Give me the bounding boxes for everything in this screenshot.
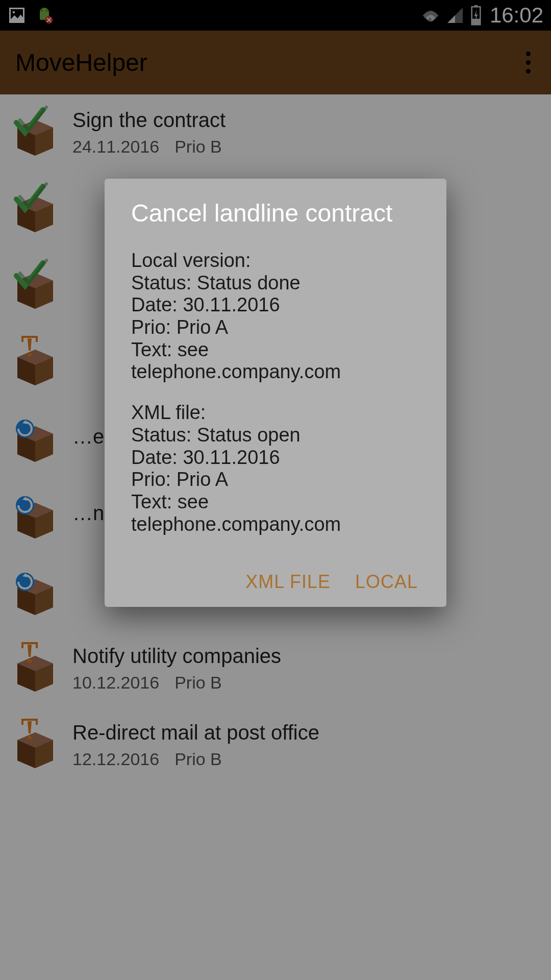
xml-header: XML file:: [131, 402, 420, 424]
local-button[interactable]: LOCAL: [355, 571, 418, 593]
xml-prio: Prio: Prio A: [131, 469, 420, 491]
modal-overlay[interactable]: Cancel landline contract Local version: …: [0, 0, 551, 980]
local-text: Text: see telephone.company.com: [131, 339, 420, 383]
xml-date: Date: 30.11.2016: [131, 447, 420, 469]
local-prio: Prio: Prio A: [131, 316, 420, 339]
xml-text: Text: see telephone.company.com: [131, 491, 420, 535]
xml-status: Status: Status open: [131, 424, 420, 447]
dialog-body: Local version: Status: Status done Date:…: [131, 250, 420, 535]
local-status: Status: Status done: [131, 272, 420, 295]
xml-file-button[interactable]: XML FILE: [245, 571, 331, 593]
conflict-dialog: Cancel landline contract Local version: …: [105, 179, 446, 607]
dialog-title: Cancel landline contract: [131, 199, 420, 227]
local-header: Local version:: [131, 250, 420, 272]
local-date: Date: 30.11.2016: [131, 294, 420, 316]
